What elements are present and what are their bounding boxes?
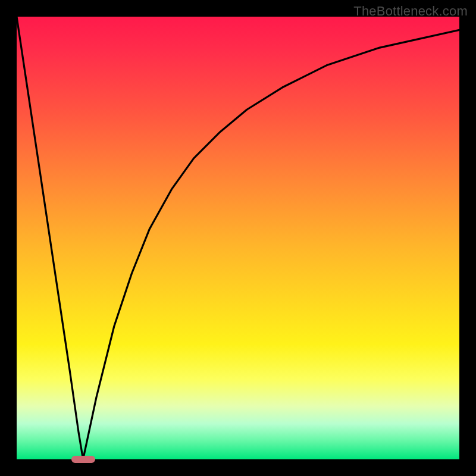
valley-marker — [71, 456, 95, 463]
plot-area — [17, 17, 459, 459]
watermark-text: TheBottleneck.com — [353, 4, 468, 19]
left-branch-path — [17, 17, 83, 459]
right-branch-path — [83, 30, 459, 459]
chart-frame: TheBottleneck.com — [0, 0, 476, 476]
curve-lines — [17, 17, 459, 459]
